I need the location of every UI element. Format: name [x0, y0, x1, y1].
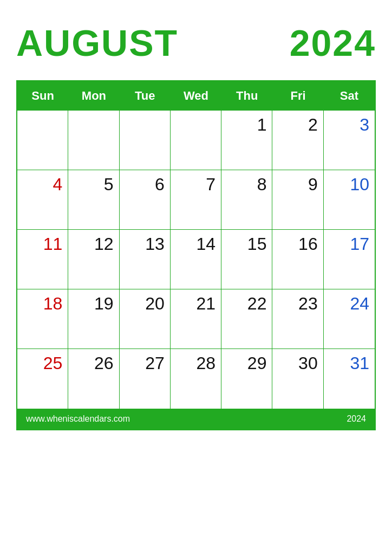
day-number: 1	[257, 115, 267, 135]
day-cell: 22	[221, 289, 272, 349]
day-number: 24	[350, 294, 369, 314]
day-cell: 17	[324, 230, 375, 289]
day-cell: 5	[68, 170, 119, 230]
day-cell: 24	[324, 289, 375, 349]
day-number: 9	[308, 175, 318, 195]
weekday-header-fri: Fri	[272, 81, 323, 111]
year-title: 2024	[290, 22, 376, 64]
day-number: 12	[94, 234, 114, 254]
day-number: 5	[104, 175, 114, 195]
day-cell: 29	[221, 349, 272, 409]
day-number: 23	[298, 294, 318, 314]
weekday-header-mon: Mon	[68, 81, 119, 111]
day-cell: 3	[324, 111, 375, 170]
day-cell: 31	[324, 349, 375, 409]
day-cell: 23	[272, 289, 323, 349]
weekday-header-sat: Sat	[324, 81, 375, 111]
day-cell: 18	[17, 289, 68, 349]
day-cell: 14	[171, 230, 221, 289]
day-cell: 7	[171, 170, 221, 230]
day-cell: 26	[68, 349, 119, 409]
footer-year: 2024	[347, 414, 366, 424]
calendar-grid: SunMonTueWedThuFriSat 123456789101112131…	[16, 80, 376, 430]
day-number: 13	[145, 234, 165, 254]
day-number: 16	[298, 234, 318, 254]
day-number: 10	[350, 175, 369, 195]
days-of-week-header: SunMonTueWedThuFriSat	[17, 81, 375, 111]
day-number: 31	[350, 353, 369, 373]
day-number: 2	[308, 115, 318, 135]
day-number: 17	[350, 234, 369, 254]
weekday-header-tue: Tue	[120, 81, 171, 111]
day-number: 30	[298, 353, 318, 373]
day-cell: 15	[221, 230, 272, 289]
day-number: 29	[247, 353, 267, 373]
day-number: 28	[197, 353, 216, 373]
day-cell: 6	[120, 170, 171, 230]
day-number: 6	[155, 175, 165, 195]
day-cell: 13	[120, 230, 171, 289]
day-cell: 8	[221, 170, 272, 230]
weekday-header-wed: Wed	[171, 81, 221, 111]
day-number: 25	[43, 353, 63, 373]
day-cell: 27	[120, 349, 171, 409]
day-number: 26	[94, 353, 114, 373]
day-cell: 20	[120, 289, 171, 349]
day-cell	[120, 111, 171, 170]
calendar-header: AUGUST 2024	[16, 22, 376, 64]
day-number: 15	[247, 234, 267, 254]
weekday-header-sun: Sun	[17, 81, 68, 111]
day-cell: 12	[68, 230, 119, 289]
day-number: 27	[145, 353, 165, 373]
day-cell: 4	[17, 170, 68, 230]
day-cell: 19	[68, 289, 119, 349]
footer-url: www.wheniscalendars.com	[26, 414, 130, 424]
day-number: 7	[206, 175, 215, 195]
month-title: AUGUST	[16, 22, 178, 64]
calendar-body: 1234567891011121314151617181920212223242…	[17, 111, 375, 409]
day-cell: 2	[272, 111, 323, 170]
day-cell: 11	[17, 230, 68, 289]
day-number: 8	[257, 175, 267, 195]
day-cell: 10	[324, 170, 375, 230]
day-cell	[17, 111, 68, 170]
day-cell	[171, 111, 221, 170]
day-cell	[68, 111, 119, 170]
weekday-header-thu: Thu	[221, 81, 272, 111]
day-number: 3	[360, 115, 369, 135]
day-cell: 16	[272, 230, 323, 289]
day-number: 20	[145, 294, 165, 314]
day-number: 21	[197, 294, 216, 314]
day-number: 19	[94, 294, 114, 314]
day-number: 14	[197, 234, 216, 254]
day-number: 22	[247, 294, 267, 314]
day-number: 18	[43, 294, 63, 314]
day-number: 4	[53, 175, 62, 195]
day-cell: 25	[17, 349, 68, 409]
day-cell: 21	[171, 289, 221, 349]
day-cell: 1	[221, 111, 272, 170]
calendar-footer: www.wheniscalendars.com 2024	[17, 409, 375, 429]
day-cell: 28	[171, 349, 221, 409]
day-number: 11	[43, 234, 63, 254]
day-cell: 9	[272, 170, 323, 230]
day-cell: 30	[272, 349, 323, 409]
